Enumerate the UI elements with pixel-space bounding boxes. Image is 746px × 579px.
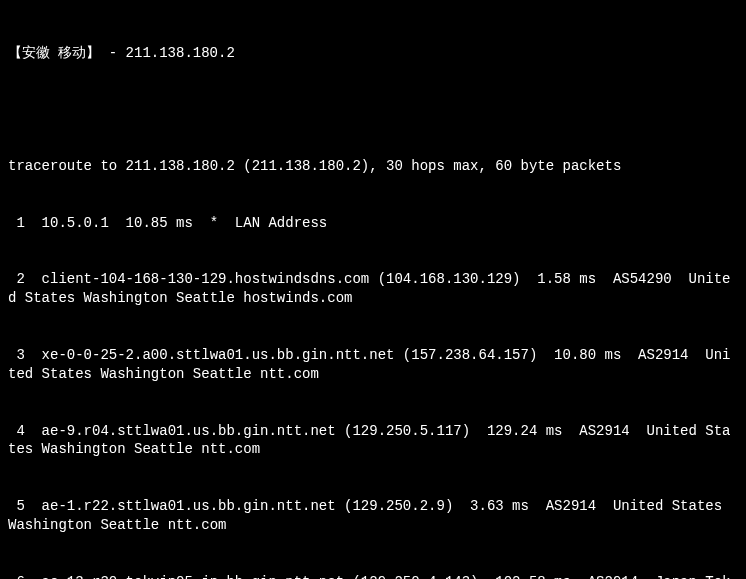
blank-line (8, 100, 738, 119)
hop-4: 4 ae-9.r04.sttlwa01.us.bb.gin.ntt.net (1… (8, 422, 738, 460)
hop-2: 2 client-104-168-130-129.hostwindsdns.co… (8, 270, 738, 308)
hop-3: 3 xe-0-0-25-2.a00.sttlwa01.us.bb.gin.ntt… (8, 346, 738, 384)
traceroute-intro: traceroute to 211.138.180.2 (211.138.180… (8, 157, 738, 176)
hop-1: 1 10.5.0.1 10.85 ms * LAN Address (8, 214, 738, 233)
hop-6: 6 ae-13.r30.tokyjp05.jp.bb.gin.ntt.net (… (8, 573, 738, 579)
terminal-window: 【安徽 移动】 - 211.138.180.2 traceroute to 21… (0, 0, 746, 579)
header-title: 【安徽 移动】 - 211.138.180.2 (8, 44, 738, 63)
hop-5: 5 ae-1.r22.sttlwa01.us.bb.gin.ntt.net (1… (8, 497, 738, 535)
